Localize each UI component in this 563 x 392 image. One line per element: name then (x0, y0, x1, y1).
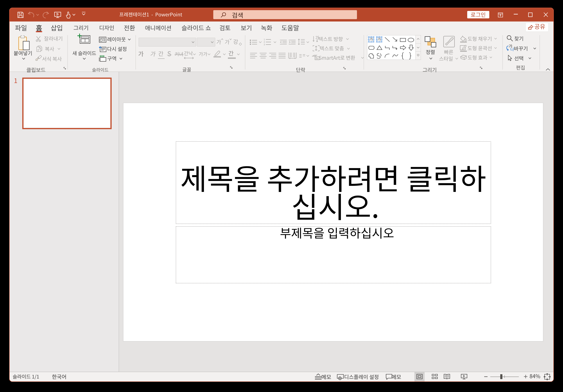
svg-text:1: 1 (264, 38, 265, 41)
svg-text:2: 2 (264, 41, 265, 43)
svg-text:3: 3 (264, 43, 265, 46)
